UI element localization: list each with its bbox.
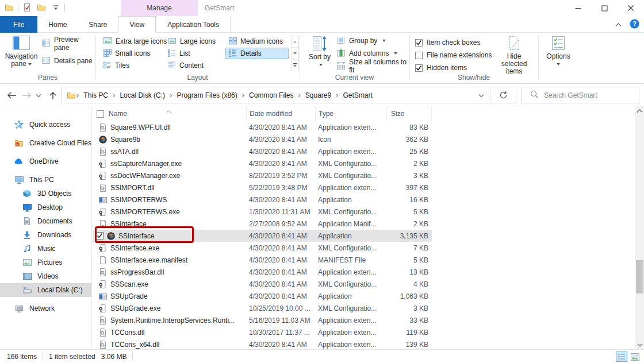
table-row[interactable]: SSIMPORTERWS.exe 1/30/2020 11:31 AM XML … (93, 206, 432, 218)
sidebar-item-this-pc[interactable]: This PC (0, 173, 91, 187)
tab-application-tools[interactable]: Application Tools (156, 16, 231, 33)
breadcrumb-item-square9[interactable]: Square9 (301, 87, 335, 103)
group-by-button[interactable]: Group by (336, 35, 386, 47)
column-header-type[interactable]: Type (315, 106, 386, 121)
sidebar-item-3d-objects[interactable]: 3D Objects (0, 187, 91, 200)
hide-selected-items-button[interactable]: Hide selected items (493, 34, 535, 75)
row-checkbox[interactable] (96, 232, 103, 240)
new-folder-icon[interactable] (36, 2, 47, 13)
folder-icon[interactable] (3, 2, 15, 13)
details-view-button[interactable] (616, 352, 627, 362)
breadcrumb-item-getsmart[interactable]: GetSmart (339, 87, 377, 103)
table-row[interactable]: Square9.WPF.UI.dll 4/30/2020 8:41 AM App… (93, 121, 432, 133)
sidebar-item-desktop[interactable]: Desktop (0, 200, 91, 214)
address-dropdown-icon[interactable] (473, 91, 490, 99)
table-row[interactable]: SSInterface.exe.manifest 4/30/2020 8:41 … (93, 254, 432, 266)
scrollbar-thumb[interactable] (636, 260, 643, 294)
scroll-up-icon[interactable] (635, 106, 644, 115)
layout-option-content[interactable]: Content (164, 60, 225, 71)
checkbox-hidden-items[interactable]: Hidden items (415, 62, 467, 74)
sidebar-item-videos[interactable]: Videos (0, 269, 91, 283)
maximize-button[interactable] (591, 0, 618, 16)
navigation-pane-button[interactable]: Navigation pane (5, 34, 38, 68)
breadcrumb-item-this-pc[interactable]: This PC (79, 87, 112, 103)
breadcrumb-item-common-files[interactable]: Common Files (245, 87, 297, 103)
table-row[interactable]: TCCons.dll 10/30/2017 11:37 ... Applicat… (93, 326, 432, 338)
sort-by-button[interactable]: Sort by (307, 35, 332, 68)
checkbox[interactable] (415, 52, 423, 59)
sidebar-item-documents[interactable]: Documents (0, 214, 91, 228)
table-row[interactable]: ssATA.dll 4/30/2020 8:41 AM Application … (93, 145, 432, 157)
tab-home[interactable]: Home (37, 16, 78, 33)
table-row[interactable]: SSInterface 2/27/2008 9:52 AM Applicatio… (93, 218, 432, 230)
vertical-scrollbar[interactable] (635, 106, 644, 349)
sidebar-item-creative-cloud-files[interactable]: ∞ Creative Cloud Files (0, 136, 91, 150)
table-row[interactable]: SSIMPORTERWS 4/30/2020 8:41 AM Applicati… (93, 194, 432, 206)
preview-pane-button[interactable]: Preview pane (41, 38, 95, 49)
select-all-checkbox[interactable] (97, 110, 104, 118)
tab-view[interactable]: View (118, 16, 156, 33)
details-pane-button[interactable]: Details pane (41, 55, 93, 67)
scroll-down-icon[interactable] (635, 340, 644, 349)
customize-toolbar-icon[interactable] (50, 2, 62, 13)
sidebar-item-local-disk-c[interactable]: Local Disk (C:) (0, 283, 91, 297)
table-row[interactable]: ssDocWFManager.exe 8/20/2019 3:52 PM XML… (93, 169, 432, 181)
column-header-size[interactable]: Size (386, 106, 432, 121)
gallery-more-button[interactable] (292, 60, 298, 71)
table-row[interactable]: SSInterface 4/30/2020 8:41 AM Applicatio… (93, 230, 432, 242)
checkbox[interactable] (415, 64, 423, 72)
gallery-scroll-up[interactable] (292, 36, 298, 48)
table-row[interactable]: SSUpGrade 4/30/2020 8:41 AM Application … (93, 290, 432, 302)
breadcrumb-item-program-files-x86[interactable]: Program Files (x86) (172, 87, 241, 103)
size-all-columns-button[interactable]: Size all columns to fit (336, 60, 409, 72)
add-columns-button[interactable]: Add columns (336, 48, 397, 59)
help-icon[interactable]: ? (630, 19, 639, 30)
thumbnail-view-button[interactable] (629, 352, 641, 362)
checkbox-item-check-boxes[interactable]: Item check boxes (415, 37, 480, 48)
table-row[interactable]: Square9b 4/30/2020 8:41 AM Icon 362 KB (93, 133, 432, 145)
table-row[interactable]: ssCaptureManager.exe 4/30/2020 8:41 AM X… (93, 157, 432, 169)
table-row[interactable]: ssProgressBar.dll 4/30/2020 8:41 AM Appl… (93, 266, 432, 278)
column-header-date-modified[interactable]: Date modified (246, 106, 315, 121)
sidebar-item-downloads[interactable]: Downloads (0, 228, 91, 242)
sidebar-item-network[interactable]: Network (0, 302, 91, 315)
table-row[interactable]: TCCons_x64.dll 4/30/2020 8:41 AM Applica… (93, 338, 432, 349)
tab-file[interactable]: File (0, 16, 37, 33)
checkbox-file-name-extensions[interactable]: File name extensions (415, 49, 492, 61)
table-row[interactable]: SSInterface.exe 4/30/2020 8:41 AM XML Co… (93, 242, 432, 254)
sidebar-item-label: This PC (29, 176, 54, 184)
layout-option-tiles[interactable]: Tiles (100, 60, 164, 71)
layout-option-extra-large-icons[interactable]: Extra large icons (100, 36, 164, 47)
minimize-button[interactable] (565, 0, 591, 16)
table-row[interactable]: System.Runtime.InteropServices.Runti... … (93, 314, 432, 326)
layout-option-medium-icons[interactable]: Medium icons (225, 36, 289, 47)
tab-share[interactable]: Share (78, 16, 118, 33)
search-box[interactable]: Search GetSmart (521, 87, 639, 103)
sidebar-item-onedrive[interactable]: OneDrive (0, 155, 91, 168)
forward-button[interactable] (20, 88, 33, 102)
recent-locations-icon[interactable] (33, 88, 44, 102)
sidebar-item-quick-access[interactable]: Quick access (0, 118, 91, 132)
properties-icon[interactable] (21, 2, 33, 13)
sidebar-item-music[interactable]: Music (0, 242, 91, 256)
gallery-scroll-down[interactable] (292, 48, 298, 59)
svg-text:?: ? (632, 20, 637, 27)
up-button[interactable] (46, 88, 60, 102)
options-button[interactable]: Options (543, 34, 573, 68)
refresh-icon[interactable] (490, 87, 516, 103)
table-row[interactable]: SSScan.exe 4/30/2020 8:41 AM XML Configu… (93, 278, 432, 290)
layout-option-details[interactable]: Details (225, 48, 289, 59)
collapse-ribbon-icon[interactable] (615, 21, 622, 29)
layout-option-large-icons[interactable]: Large icons (164, 36, 225, 47)
checkbox[interactable] (415, 39, 423, 47)
back-button[interactable] (5, 88, 18, 102)
file-type: Application Manif... (315, 220, 386, 228)
layout-option-list[interactable]: List (164, 48, 225, 59)
table-row[interactable]: SSIMPORT.dll 5/22/2019 3:48 PM Applicati… (93, 181, 432, 194)
sidebar-item-pictures[interactable]: Pictures (0, 256, 91, 269)
close-button[interactable] (618, 0, 644, 16)
layout-option-small-icons[interactable]: Small icons (100, 48, 164, 59)
table-row[interactable]: SSUpGrade.exe 10/25/2019 10:00 ... XML C… (93, 302, 432, 314)
address-bar[interactable]: › This PC›Local Disk (C:)›Program Files … (61, 87, 516, 103)
breadcrumb-item-local-disk-c[interactable]: Local Disk (C:) (116, 87, 169, 103)
